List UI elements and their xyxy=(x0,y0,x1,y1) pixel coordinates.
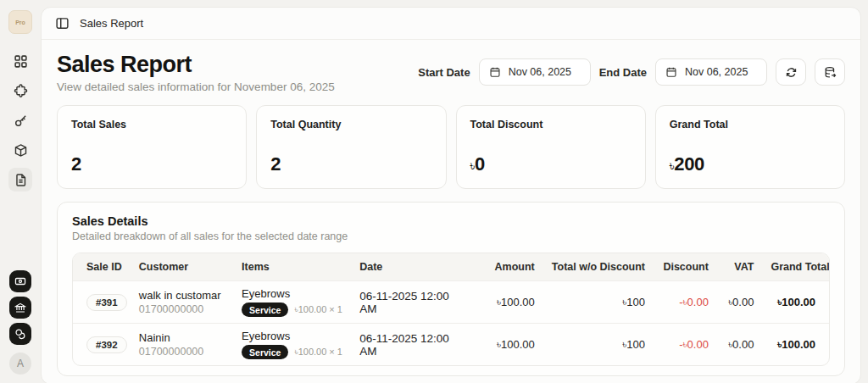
key-icon xyxy=(14,114,28,128)
end-date-input[interactable]: Nov 06, 2025 xyxy=(655,58,767,86)
sidebar: Pro xyxy=(0,0,41,383)
refresh-icon xyxy=(785,66,798,79)
grid-icon xyxy=(14,54,28,69)
vat-value: ৳0.00 xyxy=(717,324,763,366)
table-header-row: Sale ID Customer Items Date Amount Total… xyxy=(73,253,829,281)
sale-id-badge: #392 xyxy=(86,336,127,353)
bank-button[interactable] xyxy=(9,297,31,319)
sidebar-item-dashboard[interactable] xyxy=(8,49,32,73)
page-title: Sales Report xyxy=(57,52,335,78)
start-date-input[interactable]: Nov 06, 2025 xyxy=(479,58,591,86)
card-value: 2 xyxy=(71,153,232,175)
vat-value: ৳0.00 xyxy=(717,281,763,324)
coins-icon xyxy=(14,328,26,340)
item-name: Eyebrows xyxy=(242,330,342,342)
card-label: Total Quantity xyxy=(270,119,431,130)
card-label: Grand Total xyxy=(670,119,831,130)
topbar: Sales Report xyxy=(42,8,860,40)
end-date-label: End Date xyxy=(599,66,647,79)
page-header: Sales Report View detailed sales informa… xyxy=(57,52,845,93)
sales-details-subtitle: Detailed breakdown of all sales for the … xyxy=(72,230,830,242)
card-label: Total Discount xyxy=(470,119,632,130)
document-icon xyxy=(14,173,28,187)
service-badge: Service xyxy=(242,345,288,359)
end-date-value: Nov 06, 2025 xyxy=(685,66,748,78)
sidebar-item-products[interactable] xyxy=(8,138,32,162)
card-value: ৳0 xyxy=(470,153,632,175)
table-row[interactable]: #391 walk in customar 01700000000 Eyebro… xyxy=(73,281,829,324)
customer-phone: 01700000000 xyxy=(139,346,225,358)
card-value: 2 xyxy=(270,153,431,175)
total-wo-discount-value: ৳100 xyxy=(543,324,654,366)
amount-value: ৳100.00 xyxy=(476,324,543,366)
summary-card-total-quantity: Total Quantity 2 xyxy=(256,105,446,189)
sales-table: Sale ID Customer Items Date Amount Total… xyxy=(73,253,829,365)
amount-value: ৳100.00 xyxy=(476,281,543,324)
start-date-value: Nov 06, 2025 xyxy=(509,66,571,78)
col-discount: Discount xyxy=(654,253,717,281)
sales-table-container: Sale ID Customer Items Date Amount Total… xyxy=(72,253,830,366)
service-badge: Service xyxy=(242,303,288,317)
table-row[interactable]: #392 Nainin 01700000000 Eyebrows Service… xyxy=(73,324,829,366)
database-export-icon xyxy=(824,66,837,79)
item-qty: ৳100.00 × 1 xyxy=(294,304,342,315)
sidebar-bottom-nav: A xyxy=(9,270,31,375)
col-sale-id: Sale ID xyxy=(73,253,131,281)
summary-card-total-discount: Total Discount ৳0 xyxy=(456,105,646,189)
col-grand-total: Grand Total xyxy=(762,253,829,281)
discount-value: -৳0.00 xyxy=(654,281,717,324)
card-value: ৳200 xyxy=(670,153,831,175)
sales-details-title: Sales Details xyxy=(72,214,830,228)
cube-icon xyxy=(14,143,28,158)
sidebar-item-extensions[interactable] xyxy=(8,79,32,103)
cash-button[interactable] xyxy=(9,270,31,292)
total-wo-discount-value: ৳100 xyxy=(543,281,654,324)
export-button[interactable] xyxy=(815,58,845,86)
item-name: Eyebrows xyxy=(242,287,342,300)
coins-button[interactable] xyxy=(9,323,31,345)
sidebar-item-reports[interactable] xyxy=(8,168,32,192)
sale-date: 06-11-2025 12:00 AM xyxy=(351,281,475,324)
discount-value: -৳0.00 xyxy=(654,324,717,366)
col-items: Items xyxy=(233,253,351,281)
col-amount: Amount xyxy=(476,253,543,281)
grand-total-value: ৳100.00 xyxy=(762,324,829,366)
app-logo[interactable]: Pro xyxy=(8,10,32,34)
user-avatar[interactable]: A xyxy=(9,352,31,375)
banknote-icon xyxy=(14,275,26,287)
page-subtitle: View detailed sales information for Nove… xyxy=(57,80,335,93)
col-total-wo-discount: Total w/o Discount xyxy=(543,253,654,281)
sidebar-nav xyxy=(8,49,32,192)
start-date-label: Start Date xyxy=(418,66,470,79)
page-content: Sales Report View detailed sales informa… xyxy=(42,40,860,376)
sales-details-card: Sales Details Detailed breakdown of all … xyxy=(57,202,845,376)
summary-card-grand-total: Grand Total ৳200 xyxy=(655,105,845,189)
summary-cards: Total Sales 2 Total Quantity 2 Total Dis… xyxy=(57,105,845,189)
refresh-button[interactable] xyxy=(776,58,806,86)
customer-phone: 01700000000 xyxy=(139,303,225,315)
calendar-icon xyxy=(665,66,677,78)
customer-name: Nainin xyxy=(139,331,225,344)
sale-id-badge: #391 xyxy=(86,294,127,311)
col-vat: VAT xyxy=(717,253,763,281)
bank-icon xyxy=(14,302,26,314)
breadcrumb: Sales Report xyxy=(80,17,143,30)
sidebar-item-tools[interactable] xyxy=(8,108,32,132)
main-panel: Sales Report Sales Report View detailed … xyxy=(41,7,861,383)
puzzle-icon xyxy=(14,84,28,98)
sale-date: 06-11-2025 12:00 AM xyxy=(351,324,475,366)
card-label: Total Sales xyxy=(71,119,232,130)
item-qty: ৳100.00 × 1 xyxy=(294,347,342,358)
col-customer: Customer xyxy=(131,253,233,281)
customer-name: walk in customar xyxy=(139,289,225,302)
grand-total-value: ৳100.00 xyxy=(762,281,829,324)
calendar-icon xyxy=(489,66,501,78)
summary-card-total-sales: Total Sales 2 xyxy=(57,105,247,189)
col-date: Date xyxy=(351,253,475,281)
sidebar-toggle-icon[interactable] xyxy=(55,16,70,31)
date-controls: Start Date Nov 06, 2025 End Date Nov 06,… xyxy=(418,58,845,86)
